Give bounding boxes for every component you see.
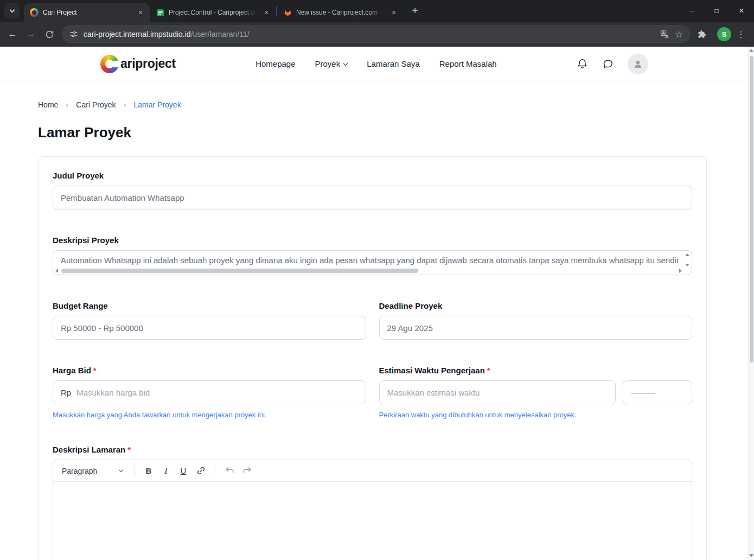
tab-project-control[interactable]: Project Control - Cariproject.co × bbox=[150, 3, 276, 22]
deadline-label: Deadline Proyek bbox=[379, 301, 693, 310]
scrollbar-thumb[interactable] bbox=[61, 269, 418, 273]
chevron-down-icon bbox=[119, 468, 123, 472]
toolbar-divider bbox=[134, 465, 135, 477]
main-nav: Homepage Proyek Lamaran Saya Report Masa… bbox=[255, 59, 497, 68]
paragraph-style-select[interactable]: Paragraph bbox=[59, 460, 128, 481]
breadcrumb-separator: › bbox=[66, 100, 68, 109]
bookmark-star-icon[interactable]: ☆ bbox=[675, 29, 683, 40]
browser-chrome: Cari Project × Project Control - Caripro… bbox=[0, 0, 754, 47]
window-maximize-button[interactable]: □ bbox=[704, 0, 729, 22]
cariproject-logo-icon bbox=[100, 55, 119, 73]
harga-bid-input[interactable]: Rp bbox=[53, 380, 366, 404]
budget-label: Budget Range bbox=[53, 301, 366, 310]
redo-button[interactable] bbox=[239, 463, 255, 479]
notification-bell-icon[interactable] bbox=[577, 58, 588, 69]
nav-report-masalah[interactable]: Report Masalah bbox=[439, 59, 497, 68]
forward-button[interactable]: → bbox=[22, 25, 40, 43]
italic-button[interactable]: I bbox=[158, 463, 174, 479]
judul-input[interactable] bbox=[53, 186, 692, 209]
breadcrumb-current: Lamar Proyek bbox=[134, 100, 181, 109]
deskripsi-label: Deskripsi Proyek bbox=[53, 236, 692, 245]
deskripsi-text: Automation Whatsapp ini adalah sebuah pr… bbox=[61, 256, 679, 265]
logo[interactable]: ariproject bbox=[100, 55, 176, 73]
translate-icon[interactable] bbox=[660, 30, 669, 39]
chevron-down-icon bbox=[9, 8, 15, 13]
logo-text: ariproject bbox=[120, 56, 176, 71]
tab-new-issue[interactable]: New issue - Cariproject.com - R × bbox=[277, 3, 403, 22]
deskripsi-field: Deskripsi Proyek Automation Whatsapp ini… bbox=[53, 236, 692, 275]
underline-button[interactable]: U bbox=[175, 463, 191, 479]
kebab-menu-icon[interactable]: ⋮ bbox=[731, 29, 747, 40]
harga-bid-label: Harga Bid* bbox=[53, 366, 366, 375]
estimasi-input[interactable] bbox=[379, 380, 616, 404]
link-button[interactable] bbox=[193, 463, 209, 479]
tab-close-icon[interactable]: × bbox=[261, 8, 271, 17]
bold-button[interactable]: B bbox=[140, 463, 157, 479]
vertical-scrollbar[interactable] bbox=[685, 253, 690, 266]
nav-homepage[interactable]: Homepage bbox=[255, 59, 295, 68]
toolbar-divider bbox=[215, 465, 215, 477]
deadline-input[interactable] bbox=[379, 316, 693, 340]
tab-close-icon[interactable]: × bbox=[389, 8, 399, 17]
url-text: cari-project.internal.impstudio.id/user/… bbox=[84, 30, 250, 39]
tab-separator bbox=[276, 6, 277, 16]
estimasi-unit-select[interactable]: --------- bbox=[623, 380, 692, 404]
scroll-down-icon[interactable] bbox=[685, 264, 689, 266]
breadcrumb-home[interactable]: Home bbox=[38, 100, 58, 109]
harga-bid-helper: Masukkan harga yang Anda tawarkan untuk … bbox=[53, 411, 366, 419]
tab-title: New issue - Cariproject.com - R bbox=[296, 9, 385, 16]
scrollbar-thumb[interactable] bbox=[750, 56, 753, 362]
toolbar-separator bbox=[712, 29, 712, 39]
user-avatar[interactable] bbox=[628, 54, 648, 74]
required-asterisk: * bbox=[487, 366, 490, 375]
site-header: ariproject Homepage Proyek Lamaran Saya … bbox=[0, 47, 754, 81]
scroll-down-icon[interactable] bbox=[749, 554, 753, 557]
undo-icon bbox=[225, 466, 235, 476]
nav-lamaran-saya[interactable]: Lamaran Saya bbox=[367, 59, 420, 68]
budget-input[interactable] bbox=[53, 316, 366, 340]
harga-bid-text-input[interactable] bbox=[76, 388, 357, 397]
window-close-button[interactable]: × bbox=[729, 0, 754, 22]
scroll-up-icon[interactable] bbox=[685, 253, 689, 256]
rich-text-editor: Paragraph B I U bbox=[53, 460, 692, 560]
site-info-icon[interactable] bbox=[69, 30, 78, 39]
back-button[interactable]: ← bbox=[3, 25, 22, 43]
extensions-icon[interactable] bbox=[697, 29, 707, 39]
form-card: Judul Proyek Deskripsi Proyek Automation… bbox=[38, 156, 707, 560]
scroll-left-icon[interactable] bbox=[55, 269, 58, 273]
horizontal-scrollbar[interactable] bbox=[55, 268, 682, 273]
browser-profile-avatar[interactable]: S bbox=[717, 27, 731, 41]
page-title: Lamar Proyek bbox=[38, 124, 754, 141]
required-asterisk: * bbox=[93, 366, 97, 375]
scroll-right-icon[interactable] bbox=[679, 269, 682, 273]
breadcrumb-separator: › bbox=[124, 100, 126, 109]
page-scrollbar[interactable] bbox=[748, 47, 754, 560]
estimasi-helper: Perkiraan waktu yang dibutuhkan untuk me… bbox=[379, 411, 693, 419]
address-bar[interactable]: cari-project.internal.impstudio.id/user/… bbox=[62, 25, 691, 43]
tab-search-button[interactable] bbox=[4, 3, 20, 18]
undo-button[interactable] bbox=[221, 463, 238, 479]
budget-deadline-row: Budget Range Deadline Proyek bbox=[53, 301, 692, 340]
chat-icon[interactable] bbox=[602, 58, 614, 69]
estimasi-field: Estimasi Waktu Pengerjaan* --------- Per… bbox=[379, 366, 693, 419]
nav-proyek[interactable]: Proyek bbox=[315, 59, 348, 68]
judul-label: Judul Proyek bbox=[53, 171, 692, 180]
harga-bid-field: Harga Bid* Rp Masukkan harga yang Anda t… bbox=[53, 366, 366, 419]
reload-button[interactable] bbox=[40, 25, 59, 43]
scroll-up-icon[interactable] bbox=[749, 49, 753, 52]
link-icon bbox=[196, 466, 206, 475]
person-icon bbox=[632, 59, 643, 69]
window-minimize-button[interactable]: ─ bbox=[679, 0, 704, 22]
tab-cari-project[interactable]: Cari Project × bbox=[24, 3, 150, 22]
new-tab-button[interactable]: + bbox=[407, 3, 423, 18]
page-content: Home › Cari Proyek › Lamar Proyek Lamar … bbox=[0, 100, 754, 560]
window-controls: ─ □ × bbox=[679, 0, 754, 22]
browser-toolbar: ← → cari-project.internal.impstudio.id/u… bbox=[0, 22, 754, 47]
breadcrumb-cari-proyek[interactable]: Cari Proyek bbox=[76, 100, 116, 109]
editor-content[interactable] bbox=[53, 482, 692, 560]
redo-icon bbox=[242, 466, 252, 476]
tab-close-icon[interactable]: × bbox=[136, 8, 145, 17]
cariproject-favicon-icon bbox=[30, 8, 39, 17]
deskripsi-textarea[interactable]: Automation Whatsapp ini adalah sebuah pr… bbox=[53, 250, 692, 275]
deadline-field: Deadline Proyek bbox=[379, 301, 693, 340]
